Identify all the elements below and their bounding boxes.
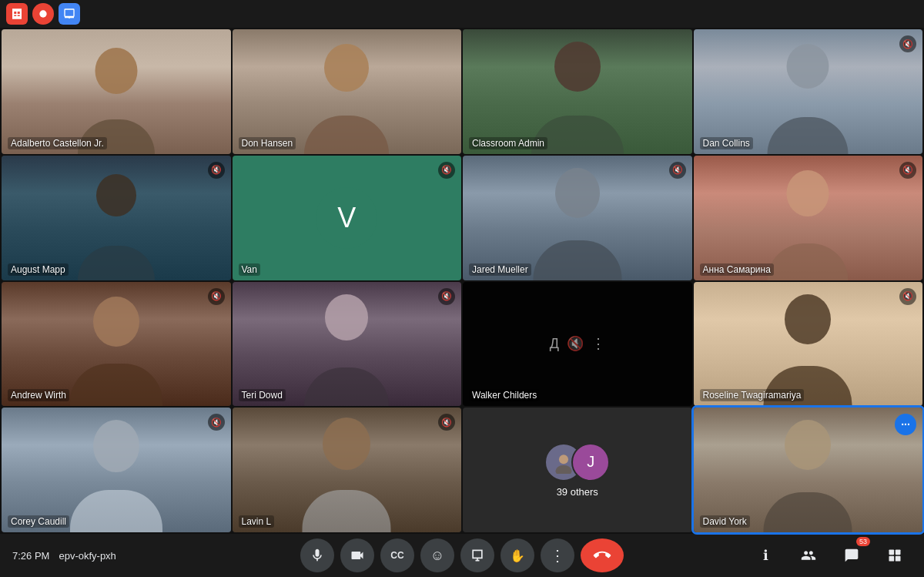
participant-name: Roseline Twagiramariya [700,389,805,401]
participant-cell[interactable]: 🔇 Andrew Wirth [2,282,231,407]
participant-cell[interactable]: 🔇 August Mapp [2,156,231,280]
google-meet-icon[interactable] [6,3,28,25]
people-button[interactable] [792,538,825,572]
more-options-indicator: ⋮ [591,335,605,352]
participant-cell[interactable]: Adalberto Castellon Jr. [2,29,231,154]
participant-name: Анна Самарина [700,263,774,276]
participant-name: Teri Dowd [239,389,286,401]
participant-cell[interactable]: Д 🔇 ⋮ Walker Childers [463,282,692,407]
video-off-indicator: 🔇 [567,335,584,352]
mute-icon: 🔇 [208,414,225,431]
mute-icon: 🔇 [669,162,686,179]
participant-avatar: V [316,187,377,249]
mic-off-indicator: Д [550,336,559,352]
people-button-wrap[interactable] [792,538,825,572]
participant-name: Andrew Wirth [8,389,69,401]
mute-icon: 🔇 [208,288,225,305]
participant-cell[interactable]: Classroom Admin [463,29,692,154]
svg-rect-9 [896,556,901,562]
participant-name: Van [239,263,260,276]
others-count: 39 others [557,486,598,498]
participant-cell[interactable]: Don Hansen [233,29,462,154]
chat-button-wrap[interactable]: 53 [835,538,869,572]
meeting-time: 7:26 PM [12,550,49,562]
participant-name: David York [700,515,750,528]
bottom-bar: 7:26 PM epv-okfy-pxh CC ☺ ✋ ⋮ [0,534,924,577]
meeting-code: epv-okfy-pxh [59,550,116,562]
others-avatar-2: J [571,443,610,481]
participant-cell[interactable]: ··· David York [694,408,923,532]
participant-name: Don Hansen [239,137,296,149]
info-button[interactable]: ℹ [748,538,782,572]
mute-icon: 🔇 [438,288,455,305]
present-button[interactable] [460,538,494,572]
svg-rect-1 [65,9,74,16]
meeting-controls: CC ☺ ✋ ⋮ [300,538,624,572]
mute-icon: 🔇 [899,162,916,179]
participant-name: Lavin L [239,515,275,528]
svg-rect-7 [896,550,901,555]
activities-button[interactable] [878,538,912,572]
svg-rect-6 [889,550,895,555]
bottom-right-controls: ℹ 53 [748,538,912,572]
participant-video-off: Д 🔇 ⋮ [463,282,692,407]
participant-cell[interactable]: 🔇 Jared Mueller [463,156,692,280]
svg-point-5 [556,465,572,473]
participant-name: Adalberto Castellon Jr. [8,137,107,149]
participant-cell[interactable]: 🔇 Анна Самарина [694,156,923,280]
participant-cell[interactable]: 🔇 Teri Dowd [233,282,462,407]
activities-button-wrap[interactable] [878,538,912,572]
mute-icon: 🔇 [899,35,916,52]
emoji-button[interactable]: ☺ [420,538,454,572]
participant-name: Jared Mueller [469,263,531,276]
bottom-left-info: 7:26 PM epv-okfy-pxh [12,550,116,562]
captions-button[interactable]: CC [380,538,414,572]
microphone-button[interactable] [300,538,334,572]
participant-cell[interactable]: V 🔇 Van [233,156,462,280]
participant-name: Walker Childers [469,389,540,401]
mute-icon: 🔇 [438,162,455,179]
mute-icon: 🔇 [899,288,916,305]
mute-icon: 🔇 [208,162,225,179]
participant-name: Corey Caudill [8,515,69,528]
camera-button[interactable] [340,538,374,572]
participant-cell[interactable]: 🔇 Corey Caudill [2,408,231,532]
participant-name: Dan Collins [700,137,753,149]
whiteboard-icon[interactable] [59,3,80,25]
svg-rect-8 [889,556,895,562]
participant-name: Classroom Admin [469,137,547,149]
top-bar [0,0,924,28]
video-grid: Adalberto Castellon Jr. Don Hansen Class… [0,28,924,534]
others-avatars: J [544,443,610,481]
end-call-button[interactable] [581,538,624,572]
info-button-wrap[interactable]: ℹ [748,538,782,572]
participant-cell[interactable]: 🔇 Lavin L [233,408,462,532]
svg-point-4 [559,455,568,464]
more-options-button[interactable]: ⋮ [541,538,574,572]
record-icon[interactable] [32,3,54,25]
raise-hand-button[interactable]: ✋ [500,538,534,572]
participant-cell[interactable]: 🔇 Dan Collins [694,29,923,154]
svg-point-0 [39,10,46,17]
others-cell[interactable]: J 39 others [463,408,692,532]
participant-cell[interactable]: 🔇 Roseline Twagiramariya [694,282,923,407]
chat-badge: 53 [856,537,870,546]
participant-name: August Mapp [8,263,69,276]
